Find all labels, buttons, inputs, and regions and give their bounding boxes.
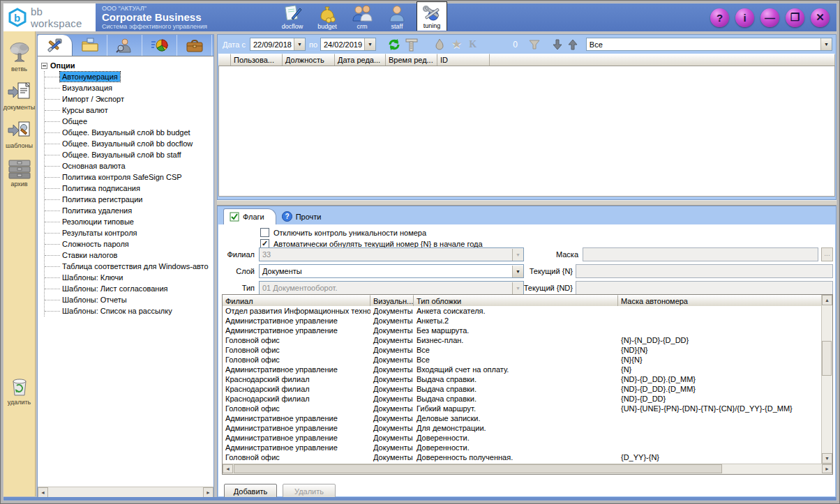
info-button[interactable]: i bbox=[735, 8, 754, 27]
arrow-up-icon[interactable] bbox=[568, 39, 578, 50]
refresh-icon[interactable] bbox=[387, 38, 401, 51]
minimize-button[interactable]: — bbox=[760, 8, 779, 27]
table-row[interactable]: Административное управлениеДокументыДове… bbox=[223, 443, 821, 452]
module-tuning[interactable]: tuning bbox=[417, 1, 447, 31]
tree-item[interactable]: Политика контроля SafeSign CSP bbox=[45, 171, 213, 183]
column-header[interactable]: ID bbox=[437, 54, 490, 66]
tree-item[interactable]: Результаты контроля bbox=[45, 227, 213, 238]
sidebar-item-documents[interactable]: документы bbox=[3, 81, 35, 111]
table-row[interactable]: Головной офисДокументыВсе{N}{N} bbox=[223, 355, 821, 365]
scrollbar-thumb[interactable] bbox=[822, 341, 832, 376]
column-header[interactable]: Должность bbox=[283, 54, 335, 66]
column-header[interactable]: Тип обложки bbox=[414, 295, 618, 306]
tab-other[interactable]: ? Прочти bbox=[276, 208, 333, 224]
help-button[interactable]: ? bbox=[710, 8, 729, 27]
tree-root[interactable]: Опции bbox=[38, 60, 213, 71]
table-row[interactable]: Административное управлениеДокументыДля … bbox=[223, 423, 821, 433]
layer-select[interactable]: Документы ▼ bbox=[259, 264, 524, 278]
table-row[interactable]: Административное управлениеДокументыВход… bbox=[223, 365, 821, 374]
maximize-button[interactable]: ❐ bbox=[786, 8, 804, 27]
column-header[interactable]: Пользова... bbox=[231, 54, 283, 66]
tree-item[interactable]: Шаблоны: Отчеты bbox=[45, 294, 213, 305]
module-budget[interactable]: budget bbox=[312, 4, 343, 31]
sidebar-item-archive[interactable]: архив bbox=[6, 158, 33, 188]
tree-item[interactable]: Курсы валют bbox=[45, 105, 213, 116]
column-header[interactable]: Филиал bbox=[223, 295, 370, 306]
collapse-icon[interactable] bbox=[41, 63, 47, 69]
table-row[interactable]: Краснодарский филиалДокументыВыдача спра… bbox=[223, 384, 821, 394]
tab-tools[interactable] bbox=[38, 35, 73, 56]
table-row[interactable]: Отдел развития Информационных технологий… bbox=[223, 306, 821, 316]
table-row[interactable]: Краснодарский филиалДокументыВыдача спра… bbox=[223, 394, 821, 404]
sidebar-item-branch[interactable]: ветвь bbox=[8, 41, 31, 72]
table-row[interactable]: Административное управлениеДокументыДело… bbox=[223, 413, 821, 423]
tree-item[interactable]: Общее. Визуальный слой bb docflow bbox=[45, 138, 213, 149]
table-row[interactable]: Краснодарский филиалДокументыВыдача спра… bbox=[223, 374, 821, 384]
close-button[interactable]: ✕ bbox=[811, 8, 830, 27]
tree-item[interactable]: Шаблоны: Лист согласования bbox=[45, 283, 213, 294]
table-row[interactable]: Головной офисДокументыВсе{ND}{N} bbox=[223, 345, 821, 355]
tree-horizontal-scrollbar[interactable]: ◄ ► bbox=[38, 487, 213, 497]
scroll-left-icon[interactable]: ◄ bbox=[223, 464, 233, 473]
k-button[interactable]: K bbox=[469, 39, 477, 50]
scroll-up-icon[interactable]: ▲ bbox=[822, 295, 832, 305]
tree-item[interactable]: Шаблоны: Ключи bbox=[45, 272, 213, 283]
tree-item[interactable]: Основная валюта bbox=[45, 160, 213, 171]
column-header[interactable]: Маска автономера bbox=[618, 295, 832, 306]
sidebar-item-delete[interactable]: удалить bbox=[8, 374, 31, 406]
masks-horizontal-scrollbar[interactable]: ◄ ► bbox=[223, 464, 832, 474]
chevron-down-icon[interactable]: ▼ bbox=[364, 38, 375, 50]
date-to-picker[interactable]: 24/02/2019 ▼ bbox=[320, 38, 376, 51]
chevron-down-icon[interactable]: ▼ bbox=[820, 38, 832, 50]
column-header[interactable]: Визуальн... bbox=[370, 295, 414, 306]
table-row[interactable]: Головной офисДокументыГибкий маршрут.{UN… bbox=[223, 404, 821, 413]
tree-item[interactable]: Общее. Визуальный слой bb staff bbox=[45, 149, 213, 160]
column-header[interactable]: Дата реда... bbox=[335, 54, 386, 66]
scroll-left-icon[interactable]: ◄ bbox=[38, 487, 48, 498]
tab-folder[interactable] bbox=[73, 35, 107, 56]
scrollbar-thumb[interactable] bbox=[234, 464, 722, 473]
filter-select[interactable]: Все ▼ bbox=[586, 38, 832, 51]
module-staff[interactable]: staff bbox=[382, 4, 412, 31]
date-from-picker[interactable]: 22/09/2018 ▼ bbox=[250, 38, 306, 51]
tab-inspector[interactable] bbox=[107, 35, 142, 56]
tree-item[interactable]: Резолюции типовые bbox=[45, 216, 213, 227]
tree-item[interactable]: Ставки налогов bbox=[45, 250, 213, 261]
tree-item[interactable]: Шаблоны: Список на рассылку bbox=[45, 305, 213, 316]
scroll-right-icon[interactable]: ► bbox=[203, 487, 213, 498]
flame-icon[interactable] bbox=[435, 38, 444, 51]
scrollbar-track[interactable] bbox=[723, 464, 822, 474]
table-row[interactable]: Головной офисДокументыДоверенность получ… bbox=[223, 452, 821, 462]
tree-item[interactable]: Визуализация bbox=[45, 82, 213, 93]
pane-splitter[interactable] bbox=[217, 200, 837, 206]
sidebar-item-templates[interactable]: шаблоны bbox=[6, 119, 33, 149]
tree-item[interactable]: Импорт / Экспорт bbox=[45, 93, 213, 105]
table-row[interactable]: Головной офисДокументыБизнес-план.{N}-{N… bbox=[223, 335, 821, 345]
tree-item[interactable]: Сложность пароля bbox=[45, 238, 213, 250]
table-row[interactable]: Административное управлениеДокументыДове… bbox=[223, 433, 821, 443]
ruler-icon[interactable] bbox=[405, 38, 418, 52]
tab-flags[interactable]: Флаги bbox=[223, 208, 276, 224]
masks-vertical-scrollbar[interactable]: ▲ ▼ bbox=[821, 295, 832, 464]
arrow-down-icon[interactable] bbox=[553, 39, 562, 50]
chevron-down-icon[interactable]: ▼ bbox=[294, 38, 305, 50]
tree-item[interactable]: Политика регистрации bbox=[45, 194, 213, 205]
tree-item[interactable]: Автонумерация bbox=[45, 71, 213, 82]
tab-briefcase[interactable] bbox=[177, 35, 212, 56]
scroll-right-icon[interactable]: ► bbox=[822, 464, 832, 473]
scroll-down-icon[interactable]: ▼ bbox=[822, 453, 832, 464]
tree-item[interactable]: Политика подписания bbox=[45, 183, 213, 194]
table-row[interactable]: Административное управлениеДокументыАнке… bbox=[223, 316, 821, 326]
tab-reports[interactable] bbox=[142, 35, 177, 56]
tree-item[interactable]: Общее bbox=[45, 116, 213, 127]
column-header[interactable]: Время ред... bbox=[386, 54, 437, 66]
checkbox-unchecked-icon[interactable] bbox=[260, 228, 269, 237]
filter-icon[interactable] bbox=[529, 40, 540, 49]
module-crm[interactable]: crm bbox=[347, 4, 377, 31]
mask-browse-button[interactable]: ... bbox=[821, 247, 833, 261]
column-header[interactable] bbox=[218, 54, 231, 66]
tree-item[interactable]: Общее. Визуальный слой bb budget bbox=[45, 127, 213, 138]
checkbox-disable-uniqueness[interactable]: Отключить контроль уникальности номера bbox=[260, 228, 426, 237]
tree-item[interactable]: Политика удаления bbox=[45, 205, 213, 216]
table-row[interactable]: Административное управлениеДокументыБез … bbox=[223, 326, 821, 335]
